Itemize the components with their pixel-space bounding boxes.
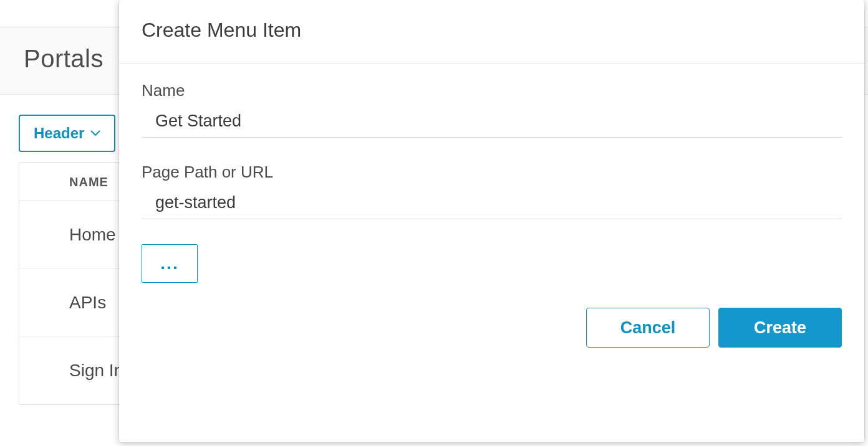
cancel-button[interactable]: Cancel [586, 308, 710, 348]
column-header-name: NAME [69, 175, 109, 189]
path-input[interactable] [142, 188, 842, 219]
path-label: Page Path or URL [142, 163, 842, 182]
more-options-button[interactable]: ... [142, 244, 198, 283]
name-label: Name [142, 81, 842, 100]
row-name: Sign In [69, 361, 123, 381]
row-name: Home [69, 225, 116, 245]
modal-footer: Cancel Create [119, 295, 864, 370]
row-name: APIs [69, 293, 106, 313]
path-field: Page Path or URL [142, 163, 842, 219]
header-dropdown-label: Header [34, 125, 84, 142]
modal-body: Name Page Path or URL ... [119, 64, 864, 295]
create-button[interactable]: Create [718, 308, 842, 348]
name-input[interactable] [142, 107, 842, 138]
name-field: Name [142, 81, 842, 138]
caret-down-icon [90, 130, 100, 136]
header-dropdown[interactable]: Header [19, 115, 115, 152]
create-menu-item-modal: Create Menu Item Name Page Path or URL .… [119, 0, 864, 442]
ellipsis-icon: ... [160, 254, 178, 273]
modal-header: Create Menu Item [119, 0, 864, 64]
modal-title: Create Menu Item [142, 19, 842, 42]
